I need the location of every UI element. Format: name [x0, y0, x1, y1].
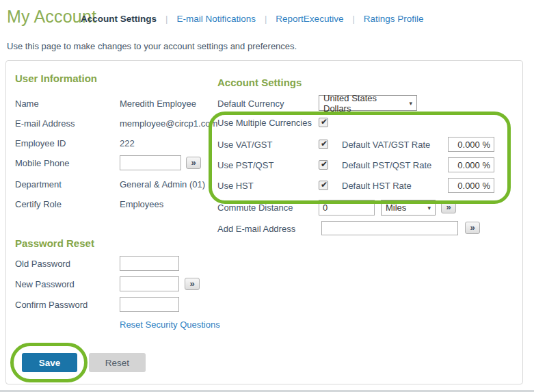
tab-separator: | [165, 14, 168, 24]
checkmark-icon: ✔ [321, 181, 328, 189]
default-currency-label: Default Currency [217, 99, 284, 109]
double-chevron-icon: » [446, 202, 451, 211]
password-submit-button[interactable]: » [185, 278, 200, 290]
checkmark-icon: ✔ [321, 118, 328, 126]
reset-button[interactable]: Reset [89, 353, 146, 372]
confirm-password-input[interactable] [120, 297, 179, 312]
default-vat-gst-rate-label: Default VAT/GST Rate [342, 140, 430, 150]
name-label: Name [15, 99, 39, 109]
tab-account-settings[interactable]: Account Settings [81, 14, 157, 24]
use-hst-checkbox[interactable]: ✔ [319, 181, 328, 190]
commute-unit-select[interactable]: Miles ▾ [381, 200, 436, 215]
department-label: Department [15, 179, 62, 190]
certify-role-label: Certify Role [15, 199, 62, 209]
tab-bar: Account Settings | E-mail Notifications … [81, 14, 424, 24]
double-chevron-icon: » [191, 158, 196, 167]
use-multiple-currencies-label: Use Multiple Currencies [217, 118, 312, 128]
email-address-value: memployee@circp1.com [120, 118, 217, 129]
employee-id-label: Employee ID [15, 138, 66, 148]
use-vat-gst-checkbox[interactable]: ✔ [319, 140, 328, 149]
old-password-input[interactable] [120, 256, 179, 271]
add-email-submit-button[interactable]: » [465, 222, 480, 234]
default-currency-selected-value: United States Dollars [323, 93, 405, 114]
email-address-label: E-mail Address [15, 118, 75, 129]
default-hst-rate-input[interactable] [448, 178, 494, 193]
add-email-address-input[interactable] [321, 221, 458, 235]
default-hst-rate-label: Default HST Rate [342, 181, 412, 191]
default-pst-qst-rate-label: Default PST/QST Rate [342, 160, 431, 170]
double-chevron-icon: » [470, 223, 475, 232]
save-button[interactable]: Save [22, 353, 77, 372]
tab-separator: | [265, 14, 267, 24]
dropdown-arrow-icon: ▾ [427, 205, 431, 211]
reset-security-questions-link[interactable]: Reset Security Questions [120, 319, 220, 330]
dropdown-arrow-icon: ▾ [409, 100, 412, 107]
name-value: Meredith Employee [120, 99, 196, 109]
commute-distance-label: Commute Distance [217, 202, 293, 213]
tab-email-notifications[interactable]: E-mail Notifications [176, 14, 256, 24]
checkmark-icon: ✔ [321, 140, 328, 148]
my-account-page: My Account Account Settings | E-mail Not… [0, 0, 534, 392]
employee-id-value: 222 [120, 138, 135, 148]
double-chevron-icon: » [189, 279, 194, 288]
add-email-address-label: Add E-mail Address [217, 224, 295, 234]
account-settings-heading: Account Settings [217, 77, 302, 88]
default-vat-gst-rate-input[interactable] [448, 137, 494, 152]
default-currency-select[interactable]: United States Dollars ▾ [319, 95, 417, 111]
checkmark-icon: ✔ [321, 160, 328, 168]
user-information-heading: User Information [15, 73, 97, 84]
tab-ratings-profile[interactable]: Ratings Profile [364, 14, 424, 24]
page-description: Use this page to make changes to your ac… [7, 41, 297, 51]
new-password-label: New Password [15, 279, 75, 289]
commute-distance-input[interactable] [319, 200, 375, 215]
use-multiple-currencies-checkbox[interactable]: ✔ [319, 118, 328, 127]
commute-unit-selected-value: Miles [386, 202, 406, 213]
confirm-password-label: Confirm Password [15, 300, 88, 310]
password-reset-heading: Password Reset [15, 237, 94, 249]
mobile-phone-submit-button[interactable]: » [186, 157, 201, 169]
use-pst-qst-checkbox[interactable]: ✔ [319, 160, 328, 170]
mobile-phone-input[interactable] [120, 155, 181, 170]
new-password-input[interactable] [120, 276, 179, 291]
use-hst-label: Use HST [217, 181, 254, 191]
use-vat-gst-label: Use VAT/GST [217, 140, 272, 150]
tab-reportexecutive[interactable]: ReportExecutive [276, 14, 343, 24]
certify-role-value: Employees [120, 199, 163, 209]
tab-separator: | [352, 14, 354, 24]
old-password-label: Old Password [15, 259, 70, 269]
commute-distance-submit-button[interactable]: » [441, 201, 456, 213]
default-pst-qst-rate-input[interactable] [448, 157, 494, 172]
use-pst-qst-label: Use PST/QST [217, 160, 273, 170]
mobile-phone-label: Mobile Phone [15, 158, 70, 168]
department-value: General & Admin (01) [120, 179, 205, 190]
